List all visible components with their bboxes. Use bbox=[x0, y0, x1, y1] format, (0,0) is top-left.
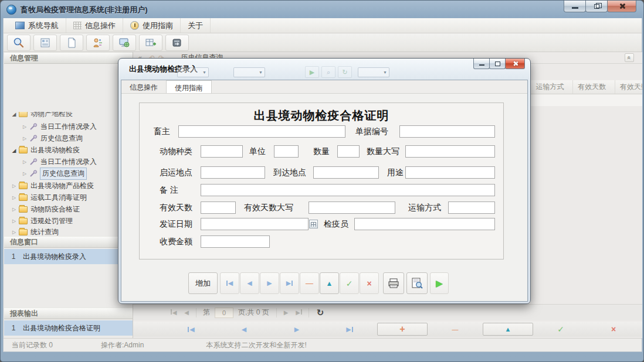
cancel-button[interactable]: × bbox=[588, 323, 639, 336]
edit-record-button[interactable]: ▲ bbox=[483, 323, 533, 336]
dialog-close-button[interactable] bbox=[505, 59, 525, 69]
info-window-row[interactable]: 1 出县境动物检疫录入 bbox=[4, 249, 133, 264]
expander-icon[interactable]: ▷ bbox=[11, 207, 17, 212]
report-list-button[interactable] bbox=[33, 35, 57, 51]
close-button[interactable] bbox=[607, 1, 636, 12]
folder-icon bbox=[19, 206, 28, 213]
valid-days-input[interactable] bbox=[201, 202, 236, 214]
menu-user-guide[interactable]: 使用指南 bbox=[123, 18, 181, 33]
tree-item-vehicle-disinfect[interactable]: ▷ 运载工具消毒证明 bbox=[4, 192, 133, 203]
tree-item-out-county-animal[interactable]: ◢ 出县境动物检疫 bbox=[4, 145, 133, 156]
expander-icon[interactable]: ▷ bbox=[11, 230, 17, 235]
destination-input[interactable] bbox=[313, 166, 379, 179]
search-button[interactable] bbox=[7, 35, 30, 51]
expander-icon[interactable]: ▷ bbox=[11, 195, 17, 200]
separator bbox=[309, 308, 309, 317]
inspector-input[interactable] bbox=[354, 218, 495, 230]
tree-item-history-query[interactable]: ▷ 历史信息查询 bbox=[4, 133, 133, 144]
tree-item-product-quarantine[interactable]: ▷ 出县境动物产品检疫 bbox=[4, 180, 133, 192]
nav-first-button[interactable]: ◀ bbox=[166, 323, 216, 336]
remark-input[interactable] bbox=[201, 184, 495, 196]
quantity-input[interactable] bbox=[337, 145, 360, 158]
expander-icon[interactable]: ▷ bbox=[11, 218, 17, 224]
expander-icon[interactable]: ▷ bbox=[11, 183, 17, 189]
exit-button[interactable] bbox=[165, 35, 189, 51]
record-next-button[interactable]: ▶ bbox=[260, 272, 279, 294]
dialog-titlebar[interactable]: 出县境动物检疫录入 ▼ ▼ ▼ ▶ ⌕ ↻ bbox=[118, 59, 530, 80]
tab-user-guide[interactable]: 使用指南 bbox=[166, 80, 212, 93]
window-view-button[interactable] bbox=[113, 35, 136, 51]
add-button[interactable]: 增加 bbox=[188, 272, 218, 294]
menu-info-ops[interactable]: 信息操作 bbox=[66, 18, 123, 33]
quantity-caps-input[interactable] bbox=[405, 145, 495, 158]
delete-record-button[interactable]: — bbox=[430, 323, 480, 336]
run-button[interactable]: ▶ bbox=[430, 272, 449, 294]
report-output-row[interactable]: 1 出县境动物检疫合格证明 bbox=[4, 320, 133, 336]
fee-input[interactable] bbox=[201, 235, 270, 248]
owner-label: 畜主 bbox=[154, 127, 170, 137]
expander-icon[interactable]: ▷ bbox=[22, 124, 28, 129]
tree-item-epidemic-cert[interactable]: ▷ 动物防疫合格证 bbox=[4, 204, 133, 215]
record-edit-button[interactable]: ▲ bbox=[320, 272, 339, 294]
expander-icon[interactable]: ▷ bbox=[22, 159, 28, 165]
record-prev-button[interactable]: ◀ bbox=[240, 272, 259, 294]
print-preview-button[interactable] bbox=[406, 272, 428, 294]
grid-header-valid-days[interactable]: 有效天数 bbox=[573, 80, 615, 94]
calendar-icon[interactable] bbox=[309, 220, 318, 228]
tab-info-ops[interactable]: 信息操作 bbox=[121, 80, 166, 93]
page-prev-button[interactable]: ◀ bbox=[180, 307, 193, 319]
collapse-panel-button[interactable]: « bbox=[625, 53, 634, 62]
folder-icon bbox=[19, 183, 28, 189]
tree-item-daily-entry-2[interactable]: ▷ 当日工作情况录入 bbox=[4, 156, 133, 168]
page-last-button[interactable]: ▶ bbox=[293, 307, 306, 319]
grid-header-transport[interactable]: 运输方式 bbox=[531, 80, 573, 94]
issue-date-input[interactable] bbox=[201, 218, 309, 230]
separator bbox=[276, 308, 277, 317]
new-document-button[interactable] bbox=[60, 35, 83, 51]
page-next-button[interactable]: ▶ bbox=[280, 307, 293, 319]
doc-no-input[interactable] bbox=[399, 125, 495, 138]
nav-prev-button[interactable]: ◀ bbox=[219, 323, 269, 336]
nav-next-button[interactable]: ▶ bbox=[272, 323, 322, 336]
unit-input[interactable] bbox=[274, 145, 299, 158]
dialog-minimize-button[interactable] bbox=[473, 59, 490, 69]
folder-icon bbox=[19, 218, 28, 224]
expander-open-icon[interactable]: ◢ bbox=[11, 148, 17, 153]
record-cancel-button[interactable]: × bbox=[360, 272, 379, 294]
nav-last-button[interactable]: ▶ bbox=[324, 323, 375, 336]
page-first-button[interactable]: ◀ bbox=[167, 307, 180, 319]
window-title: 畜牧局检疫管理信息系统(非注册用户) bbox=[21, 5, 148, 15]
transport-input[interactable] bbox=[448, 202, 495, 214]
minimize-button[interactable] bbox=[564, 1, 586, 12]
page-number-input[interactable] bbox=[215, 308, 233, 318]
usage-input[interactable] bbox=[405, 166, 495, 179]
data-table-button[interactable] bbox=[139, 35, 162, 51]
origin-input[interactable] bbox=[201, 166, 265, 179]
tree-item-label: 历史信息查询 bbox=[40, 168, 86, 179]
dialog-maximize-button[interactable] bbox=[489, 59, 506, 69]
animal-type-input[interactable] bbox=[201, 145, 243, 158]
record-last-button[interactable]: ▶ bbox=[280, 272, 299, 294]
add-record-button[interactable]: + bbox=[377, 323, 428, 336]
grid-header-valid-days-caps[interactable]: 有效天数大写 bbox=[615, 80, 642, 94]
menu-about[interactable]: 关于 bbox=[181, 18, 211, 33]
tree-item-animal-origin[interactable]: ◢ 动物产地检疫 bbox=[4, 112, 133, 119]
restore-button[interactable] bbox=[585, 1, 608, 12]
record-first-button[interactable]: ◀ bbox=[220, 272, 239, 294]
confirm-button[interactable]: ✓ bbox=[535, 323, 586, 336]
database-add-icon bbox=[145, 37, 157, 49]
tree-item-history-query-selected[interactable]: ▷ 历史信息查询 bbox=[4, 168, 133, 179]
user-report-button[interactable] bbox=[86, 35, 110, 51]
print-button[interactable] bbox=[383, 272, 404, 294]
expander-open-icon[interactable]: ◢ bbox=[11, 112, 17, 117]
refresh-icon[interactable]: ↻ bbox=[317, 308, 324, 318]
owner-input[interactable] bbox=[178, 125, 345, 138]
tree-item-violation-mgmt[interactable]: ▷ 违规处罚管理 bbox=[4, 216, 133, 227]
expander-icon[interactable]: ▷ bbox=[22, 171, 28, 176]
valid-days-caps-input[interactable] bbox=[309, 202, 395, 214]
menu-system-nav[interactable]: 系统导航 bbox=[8, 18, 66, 33]
tree-item-daily-entry[interactable]: ▷ 当日工作情况录入 bbox=[4, 121, 133, 132]
record-confirm-button[interactable]: ✓ bbox=[340, 272, 359, 294]
expander-icon[interactable]: ▷ bbox=[22, 136, 28, 141]
record-delete-button[interactable]: — bbox=[300, 272, 319, 294]
